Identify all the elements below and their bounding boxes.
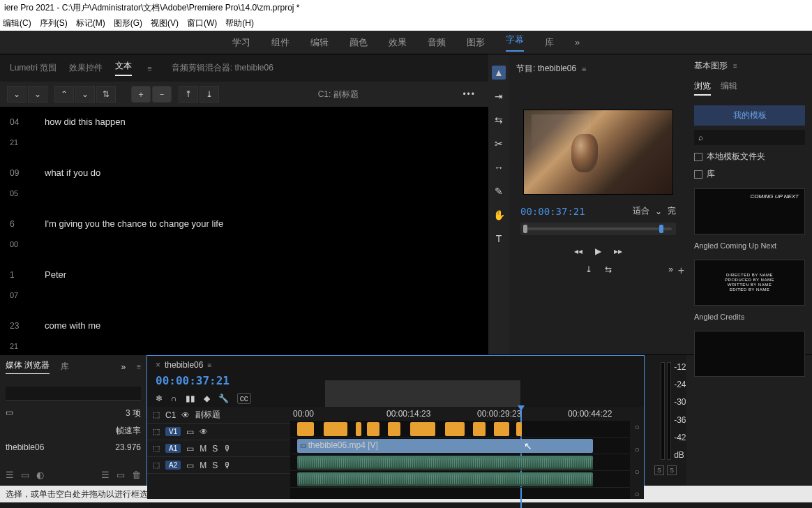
tab-effect-controls[interactable]: 效果控件 [69, 62, 103, 74]
scroll-handle[interactable]: ○ [634, 489, 639, 499]
audio-clip[interactable] [297, 472, 593, 486]
sort-icon[interactable]: ◐ [36, 470, 44, 480]
egr-tab-browse[interactable]: 浏览 [694, 80, 711, 96]
redo-button[interactable]: ⌄ [28, 86, 47, 103]
toggle-box-icon[interactable]: ▭ [186, 444, 194, 454]
hand-tool[interactable]: ✋ [492, 208, 506, 222]
tab-lumetri[interactable]: Lumetri 范围 [10, 62, 57, 74]
meter-solo-r[interactable]: S [667, 465, 677, 475]
program-timecode[interactable]: 00:00:37:21 [520, 206, 585, 217]
program-scrubber[interactable] [520, 223, 676, 235]
trash-icon[interactable]: 🗑 [132, 470, 141, 480]
egr-libraries-checkbox[interactable]: 库 [694, 165, 805, 183]
toggle-box-icon[interactable]: ▭ [186, 427, 194, 437]
ws-learn[interactable]: 学习 [232, 36, 250, 49]
caption-clip[interactable] [367, 422, 379, 436]
remove-caption-button[interactable]: － [152, 86, 172, 103]
a1-track[interactable] [290, 454, 630, 471]
caption-clip[interactable] [494, 422, 509, 436]
text-panel-options-icon[interactable]: ≡ [147, 64, 151, 73]
tab-libraries[interactable]: 库 [61, 361, 69, 373]
ws-color[interactable]: 颜色 [349, 36, 368, 49]
eye-icon[interactable]: 👁 [181, 410, 190, 420]
lock-icon[interactable]: ⬚ [153, 427, 160, 436]
thumb-view-icon[interactable]: ▭ [21, 470, 29, 480]
add-caption-button[interactable]: ＋ [131, 86, 151, 103]
a2-track[interactable] [290, 471, 630, 488]
a2-track-header[interactable]: ⬚ A2 ▭ M S 🎙 [147, 457, 290, 474]
a1-track-header[interactable]: ⬚ A1 ▭ M S 🎙 [147, 440, 290, 457]
solo-button[interactable]: S [212, 461, 218, 470]
solo-button[interactable]: S [212, 444, 218, 454]
template-thumb[interactable]: COMING UP NEXT [694, 188, 805, 234]
ripple-tool[interactable]: ⇆ [492, 113, 506, 127]
caption-clip[interactable] [388, 422, 400, 436]
list-view-icon[interactable]: ☰ [6, 470, 14, 480]
scroll-handle[interactable]: ○ [634, 444, 639, 454]
caption-clip[interactable] [297, 422, 314, 436]
program-zoom-full[interactable]: 完 [668, 205, 676, 217]
insert-button[interactable]: ⇆ [605, 264, 612, 274]
mic-icon[interactable]: 🎙 [223, 461, 232, 470]
program-options-icon[interactable]: ≡ [582, 65, 586, 73]
template-thumb[interactable]: DIRECTED BY NAMEPRODUCED BY NAMEWRITTEN … [694, 260, 805, 306]
program-monitor[interactable] [523, 110, 673, 195]
toggle-box-icon[interactable]: ▭ [186, 461, 194, 470]
checkbox-icon[interactable] [694, 170, 702, 179]
caption-clip[interactable] [410, 422, 435, 436]
undo-button[interactable]: ⌄ [7, 86, 27, 103]
timeline-close-icon[interactable]: × [156, 360, 160, 370]
step-forward-button[interactable]: ▸▸ [614, 246, 622, 256]
timeline-tracks-area[interactable]: 00:00 00:00:14:23 00:00:29:23 00:00:44:2… [290, 407, 630, 499]
step-back-button[interactable]: ◂◂ [574, 246, 582, 256]
new-bin-icon[interactable]: ☰ [101, 470, 110, 480]
add-marker-icon[interactable]: ◆ [204, 394, 210, 403]
menu-graphics[interactable]: 图形(G) [114, 17, 142, 29]
media-more[interactable]: » [121, 362, 126, 372]
in-out-range[interactable] [325, 380, 520, 407]
eye-icon[interactable]: 👁 [200, 427, 208, 437]
settings-icon[interactable]: 🔧 [218, 394, 229, 403]
caret-down-button[interactable]: ⌄ [75, 86, 95, 103]
checkbox-icon[interactable] [694, 153, 702, 161]
audio-mixer-label[interactable]: 音频剪辑混合器: thebible06 [172, 62, 273, 74]
selection-tool[interactable]: ▲ [492, 66, 506, 80]
mute-button[interactable]: M [200, 461, 206, 470]
ws-editing[interactable]: 编辑 [310, 36, 329, 49]
meter-solo-l[interactable]: S [654, 465, 664, 475]
timeline-ruler[interactable]: 00:00 00:00:14:23 00:00:29:23 00:00:44:2… [290, 407, 630, 421]
template-thumb[interactable] [694, 331, 805, 377]
caption-list[interactable]: 04how did this happen 21 09what if you d… [0, 107, 488, 354]
menu-view[interactable]: 视图(V) [151, 17, 179, 29]
mute-button[interactable]: M [200, 444, 206, 454]
timeline-options-icon[interactable]: ≡ [207, 361, 211, 369]
v1-track-header[interactable]: ⬚ V1 ▭ 👁 [147, 424, 290, 440]
scroll-handle[interactable]: ○ [634, 422, 639, 432]
export-frame-button[interactable]: ⤓ [585, 264, 592, 274]
caption-track-header[interactable]: ⬚ C1 👁 副标题 [147, 407, 290, 424]
media-col-framerate[interactable]: 帧速率 [116, 425, 141, 437]
pen-tool[interactable]: ✎ [492, 184, 506, 198]
caption-row[interactable]: 1Peter [0, 264, 488, 285]
tab-media-browser[interactable]: 媒体 浏览器 [6, 359, 50, 374]
caret-up-button[interactable]: ⌃ [54, 86, 74, 103]
caption-track[interactable] [290, 421, 630, 438]
ws-graphics[interactable]: 图形 [467, 36, 485, 49]
media-options-icon[interactable]: ≡ [137, 363, 141, 371]
lock-icon[interactable]: ⬚ [153, 444, 160, 453]
egr-options-icon[interactable]: ≡ [733, 62, 737, 70]
v1-track[interactable]: ▭ thebible06.mp4 [V] [290, 438, 630, 454]
egr-local-checkbox[interactable]: 本地模板文件夹 [694, 148, 805, 165]
media-item-row[interactable]: thebible06 23.976 [6, 440, 141, 455]
ws-captions[interactable]: 字幕 [506, 33, 524, 52]
tab-text[interactable]: 文本 [115, 60, 132, 76]
caption-row[interactable]: 04how did this happen [0, 111, 488, 133]
chevron-down-icon[interactable]: ⌄ [655, 207, 662, 216]
ws-effects[interactable]: 效果 [389, 36, 407, 49]
menu-window[interactable]: 窗口(W) [187, 17, 217, 29]
snap-icon[interactable]: ❄ [156, 394, 163, 403]
menu-edit[interactable]: 编辑(C) [3, 17, 31, 29]
my-templates-button[interactable]: 我的模板 [694, 105, 805, 126]
caret-swap-button[interactable]: ⇅ [96, 86, 116, 103]
menu-sequence[interactable]: 序列(S) [40, 17, 68, 29]
